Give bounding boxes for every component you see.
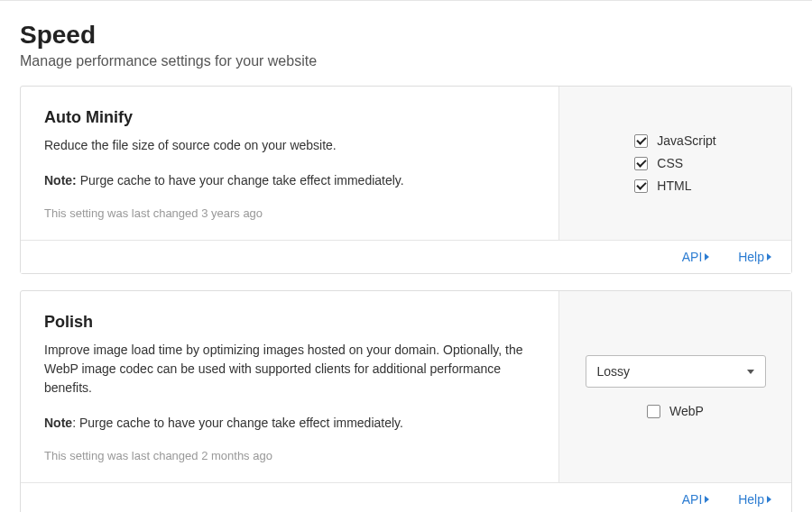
polish-controls: Lossy WebP (558, 291, 791, 482)
checkbox-label: JavaScript (657, 133, 715, 148)
polish-card: Polish Improve image load time by optimi… (20, 290, 792, 512)
help-link-label: Help (738, 492, 764, 507)
caret-right-icon (767, 253, 771, 261)
polish-title: Polish (44, 313, 535, 332)
css-checkbox[interactable]: CSS (634, 156, 715, 170)
javascript-checkbox[interactable]: JavaScript (634, 133, 715, 148)
checkbox-label: WebP (669, 404, 704, 418)
api-link-label: API (682, 492, 703, 507)
help-link[interactable]: Help (738, 250, 771, 264)
polish-select[interactable]: Lossy (586, 355, 766, 388)
page-subtitle: Manage performance settings for your web… (20, 53, 792, 69)
checkbox-icon (634, 179, 648, 193)
api-link[interactable]: API (682, 492, 710, 507)
note-label: Note: (44, 173, 77, 187)
caret-right-icon (705, 496, 709, 503)
caret-right-icon (705, 253, 709, 261)
page-title: Speed (20, 21, 792, 50)
html-checkbox[interactable]: HTML (634, 178, 715, 193)
polish-meta: This setting was last changed 2 months a… (44, 449, 535, 462)
card-body: Auto Minify Reduce the file size of sour… (21, 87, 791, 240)
checkbox-icon (634, 134, 648, 148)
auto-minify-description: Reduce the file size of source code on y… (44, 136, 535, 155)
polish-description: Improve image load time by optimizing im… (44, 341, 535, 398)
note-text: Purge cache to have your change take eff… (77, 173, 404, 187)
help-link-label: Help (738, 250, 764, 264)
checkbox-label: CSS (657, 156, 683, 170)
auto-minify-card: Auto Minify Reduce the file size of sour… (20, 86, 792, 274)
auto-minify-meta: This setting was last changed 3 years ag… (44, 206, 535, 220)
card-left: Auto Minify Reduce the file size of sour… (21, 87, 558, 240)
webp-checkbox[interactable]: WebP (647, 404, 704, 418)
help-link[interactable]: Help (738, 492, 771, 507)
checkbox-icon (634, 157, 648, 170)
card-footer: API Help (21, 482, 791, 512)
checkbox-icon (647, 405, 660, 418)
page-header: Speed Manage performance settings for yo… (20, 1, 792, 86)
select-value: Lossy (597, 364, 631, 379)
auto-minify-controls: JavaScript CSS HTML (558, 87, 791, 240)
api-link-label: API (682, 250, 703, 264)
card-left: Polish Improve image load time by optimi… (21, 291, 558, 482)
checkbox-label: HTML (657, 178, 691, 193)
chevron-down-icon (747, 370, 754, 374)
auto-minify-title: Auto Minify (44, 108, 535, 127)
card-body: Polish Improve image load time by optimi… (21, 291, 791, 482)
note-label: Note (44, 416, 72, 430)
caret-right-icon (767, 496, 771, 503)
card-footer: API Help (21, 240, 791, 273)
minify-checkbox-group: JavaScript CSS HTML (634, 133, 715, 193)
polish-note: Note: Purge cache to have your change ta… (44, 414, 535, 433)
api-link[interactable]: API (682, 250, 710, 264)
note-text: : Purge cache to have your change take e… (72, 416, 403, 430)
auto-minify-note: Note: Purge cache to have your change ta… (44, 171, 535, 190)
